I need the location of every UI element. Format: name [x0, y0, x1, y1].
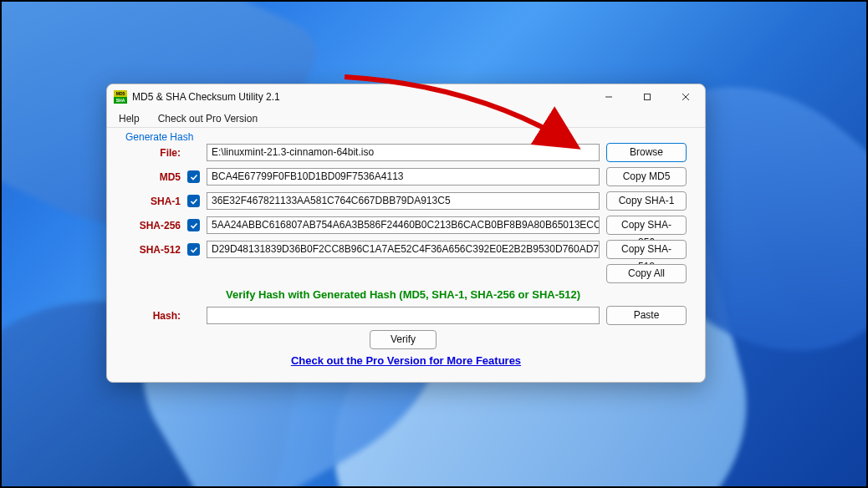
- pro-version-link[interactable]: Check out the Pro Version for More Featu…: [125, 354, 687, 367]
- verify-button[interactable]: Verify: [370, 330, 437, 349]
- sha256-output[interactable]: 5AA24ABBC616807AB754A6A3B586F24460B0C213…: [207, 216, 600, 234]
- hash-input[interactable]: [207, 307, 600, 324]
- minimize-button[interactable]: [590, 84, 628, 109]
- menu-pro[interactable]: Check out Pro Version: [153, 111, 263, 126]
- md5-output[interactable]: BCA4E67799F0FB10D1BD09F7536A4113: [207, 168, 600, 186]
- file-label: File:: [125, 147, 181, 159]
- menu-help[interactable]: Help: [114, 111, 145, 126]
- app-window: MD5SHA MD5 & SHA Checksum Utility 2.1 He…: [106, 84, 706, 383]
- verify-heading: Verify Hash with Generated Hash (MD5, SH…: [207, 288, 600, 301]
- sha512-output[interactable]: D29D48131839D36B0F2CC8B96C1A7AE52C4F36A6…: [207, 241, 600, 258]
- group-title: Generate Hash: [122, 131, 197, 143]
- sha1-checkbox[interactable]: [187, 195, 200, 207]
- menubar: Help Check out Pro Version: [107, 109, 705, 128]
- hash-label: Hash:: [125, 310, 181, 322]
- paste-button[interactable]: Paste: [606, 306, 687, 325]
- copy-all-button[interactable]: Copy All: [606, 264, 687, 283]
- copy-md5-button[interactable]: Copy MD5: [606, 167, 687, 186]
- file-path-input[interactable]: E:\linuxmint-21.3-cinnamon-64bit.iso: [207, 144, 600, 161]
- close-button[interactable]: [666, 84, 705, 109]
- copy-sha256-button[interactable]: Copy SHA-256: [606, 216, 687, 235]
- maximize-button[interactable]: [628, 84, 666, 109]
- svg-rect-1: [645, 94, 651, 100]
- sha512-checkbox[interactable]: [187, 243, 200, 256]
- sha256-checkbox[interactable]: [187, 219, 200, 231]
- window-title: MD5 & SHA Checksum Utility 2.1: [132, 91, 280, 103]
- browse-button[interactable]: Browse: [606, 143, 687, 162]
- md5-label: MD5: [125, 171, 181, 183]
- app-icon: MD5SHA: [114, 90, 127, 104]
- sha1-label: SHA-1: [125, 196, 181, 207]
- titlebar[interactable]: MD5SHA MD5 & SHA Checksum Utility 2.1: [107, 84, 705, 109]
- copy-sha512-button[interactable]: Copy SHA-512: [606, 240, 687, 259]
- sha512-label: SHA-512: [125, 244, 181, 256]
- copy-sha1-button[interactable]: Copy SHA-1: [606, 191, 687, 211]
- sha1-output[interactable]: 36E32F467821133AA581C764C667DBB79DA913C5: [207, 192, 600, 210]
- generate-hash-group: Generate Hash File: E:\linuxmint-21.3-ci…: [115, 133, 697, 374]
- sha256-label: SHA-256: [125, 220, 181, 231]
- md5-checkbox[interactable]: [187, 170, 200, 183]
